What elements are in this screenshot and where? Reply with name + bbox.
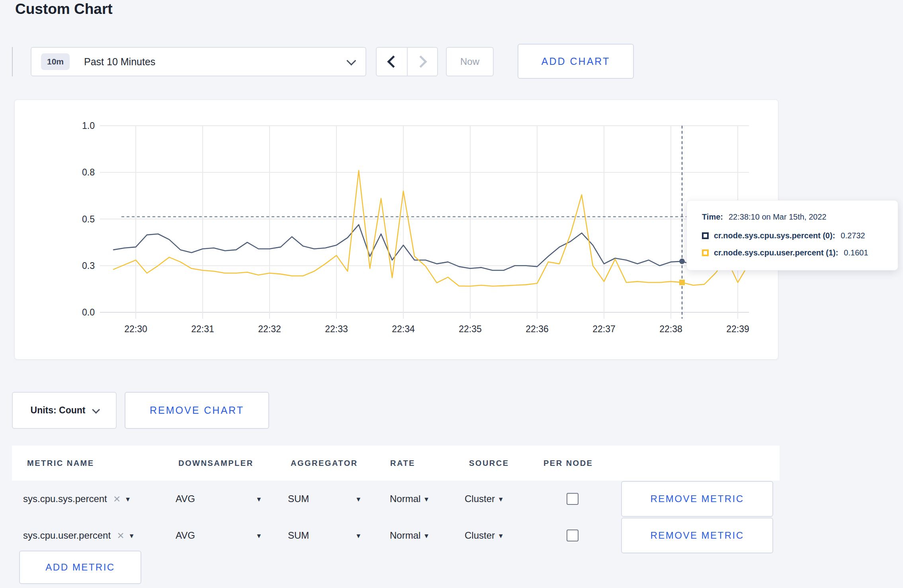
tooltip-time-value: 22:38:10 on Mar 15th, 2022 <box>729 212 827 221</box>
time-nav-group <box>376 47 438 76</box>
svg-text:22:39: 22:39 <box>726 324 749 334</box>
tooltip-series-value: 0.1601 <box>844 248 868 257</box>
rate-select[interactable]: Normal ▾ <box>382 493 460 504</box>
source-select[interactable]: Cluster ▾ <box>460 493 534 504</box>
series-user-swatch-icon <box>702 249 709 256</box>
clear-metric-icon[interactable]: × <box>113 493 121 505</box>
downsampler-value: AVG <box>176 530 195 541</box>
tooltip-time-label: Time: <box>702 212 723 221</box>
metrics-table-header: METRIC NAME DOWNSAMPLER AGGREGATOR RATE … <box>12 446 780 481</box>
svg-text:0.8: 0.8 <box>82 167 95 177</box>
svg-text:1.0: 1.0 <box>82 121 95 131</box>
add-metric-button[interactable]: ADD METRIC <box>19 551 141 584</box>
rate-select[interactable]: Normal ▾ <box>382 530 460 541</box>
caret-down-icon: ▾ <box>257 532 261 539</box>
svg-text:22:33: 22:33 <box>325 324 348 334</box>
now-button[interactable]: Now <box>446 47 494 76</box>
caret-down-icon: ▾ <box>126 495 130 503</box>
source-select[interactable]: Cluster ▾ <box>460 530 534 541</box>
svg-text:0.3: 0.3 <box>82 261 95 271</box>
aggregator-value: SUM <box>288 530 309 541</box>
remove-chart-button[interactable]: REMOVE CHART <box>125 392 269 429</box>
metric-row: sys.cpu.user.percent × ▾ AVG ▾ SUM ▾ Nor… <box>12 517 780 554</box>
aggregator-select[interactable]: SUM ▾ <box>283 493 360 504</box>
tooltip-series-row: cr.node.sys.cpu.user.percent (1): 0.1601 <box>702 248 890 257</box>
caret-down-icon: ▾ <box>257 495 261 503</box>
rate-value: Normal <box>390 493 420 504</box>
source-value: Cluster <box>465 493 495 504</box>
column-header-aggregator: AGGREGATOR <box>283 459 382 468</box>
downsampler-select[interactable]: AVG ▾ <box>171 493 261 504</box>
svg-text:0.0: 0.0 <box>82 307 95 317</box>
svg-text:22:34: 22:34 <box>392 324 415 334</box>
chevron-down-icon <box>346 56 356 65</box>
downsampler-select[interactable]: AVG ▾ <box>171 530 261 541</box>
caret-down-icon: ▾ <box>424 532 428 539</box>
downsampler-value: AVG <box>176 493 195 504</box>
chevron-right-icon <box>414 55 427 68</box>
range-badge: 10m <box>41 53 70 70</box>
tooltip-series-name: cr.node.sys.cpu.sys.percent (0): <box>714 231 835 240</box>
source-value: Cluster <box>465 530 495 541</box>
metric-name-value: sys.cpu.user.percent <box>23 530 111 541</box>
svg-text:22:38: 22:38 <box>659 324 682 334</box>
chart-card: 0.00.30.50.81.022:3022:3122:3222:3322:34… <box>14 99 778 360</box>
chevron-down-icon <box>92 405 100 413</box>
aggregator-select[interactable]: SUM ▾ <box>283 530 360 541</box>
tooltip-series-row: cr.node.sys.cpu.sys.percent (0): 0.2732 <box>702 231 890 240</box>
per-node-checkbox[interactable] <box>567 530 579 541</box>
svg-text:22:37: 22:37 <box>592 324 616 334</box>
add-chart-button[interactable]: ADD CHART <box>518 44 634 79</box>
series-sys-swatch-icon <box>702 232 709 239</box>
next-range-button[interactable] <box>407 48 437 76</box>
aggregator-value: SUM <box>288 493 309 504</box>
metric-row: sys.cpu.sys.percent × ▾ AVG ▾ SUM ▾ Norm… <box>12 481 780 517</box>
svg-text:0.5: 0.5 <box>82 214 95 224</box>
line-chart[interactable]: 0.00.30.50.81.022:3022:3122:3222:3322:34… <box>15 100 778 359</box>
chart-tooltip: Time:22:38:10 on Mar 15th, 2022 cr.node.… <box>686 200 898 271</box>
caret-down-icon: ▾ <box>356 532 360 539</box>
svg-text:22:30: 22:30 <box>124 324 147 334</box>
tooltip-time: Time:22:38:10 on Mar 15th, 2022 <box>702 212 890 222</box>
metric-name-select[interactable]: sys.cpu.user.percent × ▾ <box>12 530 171 541</box>
time-range-select[interactable]: 10m Past 10 Minutes <box>31 47 366 76</box>
metric-name-value: sys.cpu.sys.percent <box>23 493 107 504</box>
remove-metric-button[interactable]: REMOVE METRIC <box>621 518 773 553</box>
range-label: Past 10 Minutes <box>84 56 155 68</box>
metric-name-select[interactable]: sys.cpu.sys.percent × ▾ <box>12 493 171 505</box>
toolbar-divider <box>12 47 13 76</box>
caret-down-icon: ▾ <box>499 532 503 539</box>
column-header-metric-name: METRIC NAME <box>12 459 171 468</box>
chevron-left-icon <box>387 55 399 68</box>
clear-metric-icon[interactable]: × <box>117 530 124 541</box>
caret-down-icon: ▾ <box>499 495 503 503</box>
prev-range-button[interactable] <box>377 48 407 76</box>
svg-text:22:36: 22:36 <box>526 324 549 334</box>
per-node-checkbox[interactable] <box>567 493 579 505</box>
column-header-per-node: PER NODE <box>534 459 609 468</box>
caret-down-icon: ▾ <box>424 495 428 503</box>
remove-metric-button[interactable]: REMOVE METRIC <box>621 481 773 517</box>
column-header-source: SOURCE <box>460 459 534 468</box>
rate-value: Normal <box>390 530 420 541</box>
caret-down-icon: ▾ <box>356 495 360 503</box>
page-title: Custom Chart <box>15 1 113 18</box>
svg-text:22:31: 22:31 <box>191 324 214 334</box>
tooltip-series-name: cr.node.sys.cpu.user.percent (1): <box>714 248 838 257</box>
column-header-downsampler: DOWNSAMPLER <box>171 459 283 468</box>
units-select[interactable]: Units: Count <box>12 392 117 429</box>
units-label: Units: Count <box>31 405 86 416</box>
tooltip-series-value: 0.2732 <box>841 231 865 240</box>
column-header-rate: RATE <box>382 459 460 468</box>
svg-text:22:32: 22:32 <box>258 324 281 334</box>
caret-down-icon: ▾ <box>130 532 134 539</box>
svg-text:22:35: 22:35 <box>459 324 482 334</box>
